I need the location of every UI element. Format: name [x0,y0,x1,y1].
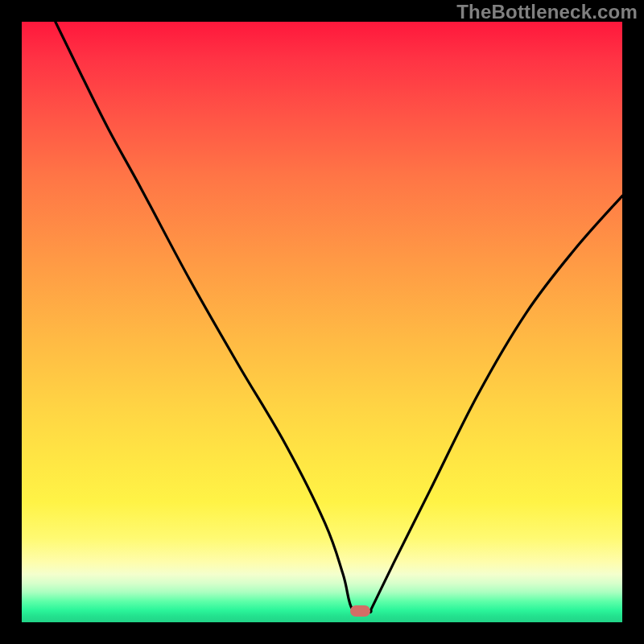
optimal-marker [350,605,370,617]
attribution-text: TheBottleneck.com [456,1,638,23]
plot-area [22,22,622,622]
chart-frame: TheBottleneck.com [0,0,644,644]
bottleneck-curve [22,22,622,622]
